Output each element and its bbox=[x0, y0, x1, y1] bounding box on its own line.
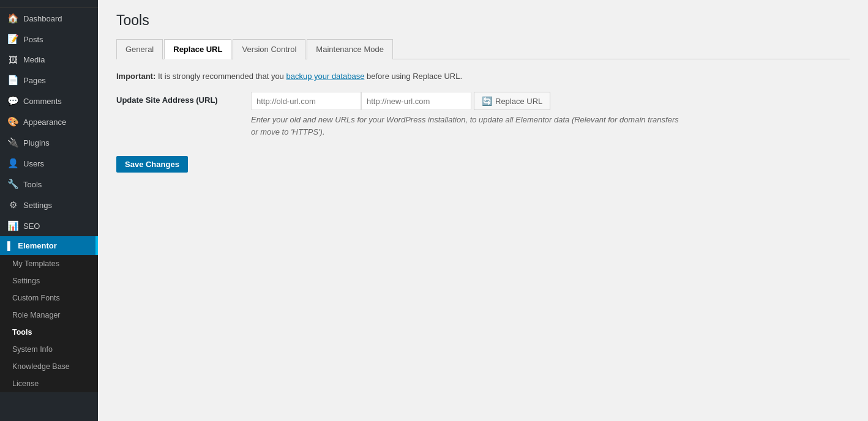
settings-icon: ⚙ bbox=[7, 199, 18, 210]
elementor-submenu: My Templates Settings Custom Fonts Role … bbox=[0, 255, 98, 392]
backup-link[interactable]: backup your database bbox=[286, 72, 364, 81]
sidebar-item-users[interactable]: 👤 Users bbox=[0, 153, 98, 174]
media-icon: 🖼 bbox=[7, 54, 18, 65]
appearance-icon: 🎨 bbox=[7, 116, 18, 127]
sidebar-item-elementor[interactable]: ▌ Elementor bbox=[0, 236, 98, 255]
sidebar: 🏠 Dashboard 📝 Posts 🖼 Media 📄 Pages 💬 Co… bbox=[0, 0, 98, 421]
elementor-section: ▌ Elementor My Templates Settings Custom… bbox=[0, 236, 98, 392]
sidebar-item-label: Appearance bbox=[23, 117, 66, 127]
sidebar-item-label: Dashboard bbox=[23, 14, 62, 23]
sidebar-header bbox=[0, 0, 98, 8]
sidebar-item-label: Comments bbox=[23, 97, 62, 106]
pages-icon: 📄 bbox=[7, 75, 18, 86]
sidebar-item-system-info[interactable]: System Info bbox=[0, 341, 98, 358]
tab-general[interactable]: General bbox=[116, 39, 163, 59]
sidebar-item-custom-fonts[interactable]: Custom Fonts bbox=[0, 289, 98, 307]
sidebar-item-label: Pages bbox=[23, 76, 46, 85]
page-title: Tools bbox=[116, 12, 850, 29]
sidebar-item-label: Plugins bbox=[23, 138, 50, 147]
replace-url-button[interactable]: 🔄 Replace URL bbox=[474, 92, 550, 110]
sidebar-item-label: SEO bbox=[23, 222, 40, 231]
replace-url-label: Replace URL bbox=[495, 97, 542, 106]
elementor-icon: ▌ bbox=[7, 241, 13, 250]
save-changes-button[interactable]: Save Changes bbox=[116, 156, 188, 173]
tab-maintenance-mode[interactable]: Maintenance Mode bbox=[307, 39, 393, 59]
notice-text: It is strongly recommended that you bbox=[158, 72, 286, 81]
sidebar-item-media[interactable]: 🖼 Media bbox=[0, 50, 98, 70]
important-notice: Important: It is strongly recommended th… bbox=[116, 72, 850, 81]
sidebar-item-license[interactable]: License bbox=[0, 375, 98, 392]
replace-url-icon: 🔄 bbox=[482, 96, 492, 106]
notice-prefix: Important: bbox=[116, 72, 155, 81]
sidebar-item-appearance[interactable]: 🎨 Appearance bbox=[0, 111, 98, 132]
form-inputs: 🔄 Replace URL Enter your old and new URL… bbox=[251, 92, 679, 138]
posts-icon: 📝 bbox=[7, 34, 18, 45]
sidebar-item-label: Users bbox=[23, 159, 44, 168]
tabs-bar: General Replace URL Version Control Main… bbox=[116, 39, 850, 59]
plugins-icon: 🔌 bbox=[7, 137, 18, 148]
sidebar-item-label: Posts bbox=[23, 35, 43, 44]
sidebar-item-comments[interactable]: 💬 Comments bbox=[0, 91, 98, 111]
sidebar-item-my-templates[interactable]: My Templates bbox=[0, 255, 98, 272]
sidebar-item-label: Settings bbox=[23, 201, 52, 210]
sidebar-item-knowledge-base[interactable]: Knowledge Base bbox=[0, 358, 98, 375]
sidebar-item-posts[interactable]: 📝 Posts bbox=[0, 29, 98, 50]
users-icon: 👤 bbox=[7, 158, 18, 169]
main-content: Tools General Replace URL Version Contro… bbox=[98, 0, 868, 421]
old-url-input[interactable] bbox=[251, 92, 361, 110]
elementor-label: Elementor bbox=[18, 241, 57, 250]
sidebar-item-tools[interactable]: 🔧 Tools bbox=[0, 174, 98, 195]
dashboard-icon: 🏠 bbox=[7, 13, 18, 24]
inputs-row: 🔄 Replace URL bbox=[251, 92, 679, 110]
sidebar-item-settings[interactable]: ⚙ Settings bbox=[0, 195, 98, 215]
notice-suffix: before using Replace URL. bbox=[367, 72, 462, 81]
sidebar-item-label: Tools bbox=[23, 180, 42, 189]
update-url-row: Update Site Address (URL) 🔄 Replace URL … bbox=[116, 92, 850, 138]
sidebar-item-label: Media bbox=[23, 55, 45, 64]
sidebar-item-seo[interactable]: 📊 SEO bbox=[0, 215, 98, 236]
sidebar-item-elementor-settings[interactable]: Settings bbox=[0, 272, 98, 289]
comments-icon: 💬 bbox=[7, 95, 18, 106]
sidebar-item-pages[interactable]: 📄 Pages bbox=[0, 70, 98, 91]
tab-version-control[interactable]: Version Control bbox=[233, 39, 305, 59]
sidebar-item-plugins[interactable]: 🔌 Plugins bbox=[0, 132, 98, 153]
sidebar-item-dashboard[interactable]: 🏠 Dashboard bbox=[0, 8, 98, 29]
tools-icon: 🔧 bbox=[7, 179, 18, 190]
sidebar-item-role-manager[interactable]: Role Manager bbox=[0, 307, 98, 324]
tab-replace-url[interactable]: Replace URL bbox=[164, 39, 231, 59]
new-url-input[interactable] bbox=[361, 92, 471, 110]
hint-text: Enter your old and new URLs for your Wor… bbox=[251, 114, 679, 138]
form-label: Update Site Address (URL) bbox=[116, 92, 251, 105]
sidebar-item-elementor-tools[interactable]: Tools bbox=[0, 324, 98, 341]
seo-icon: 📊 bbox=[7, 220, 18, 231]
